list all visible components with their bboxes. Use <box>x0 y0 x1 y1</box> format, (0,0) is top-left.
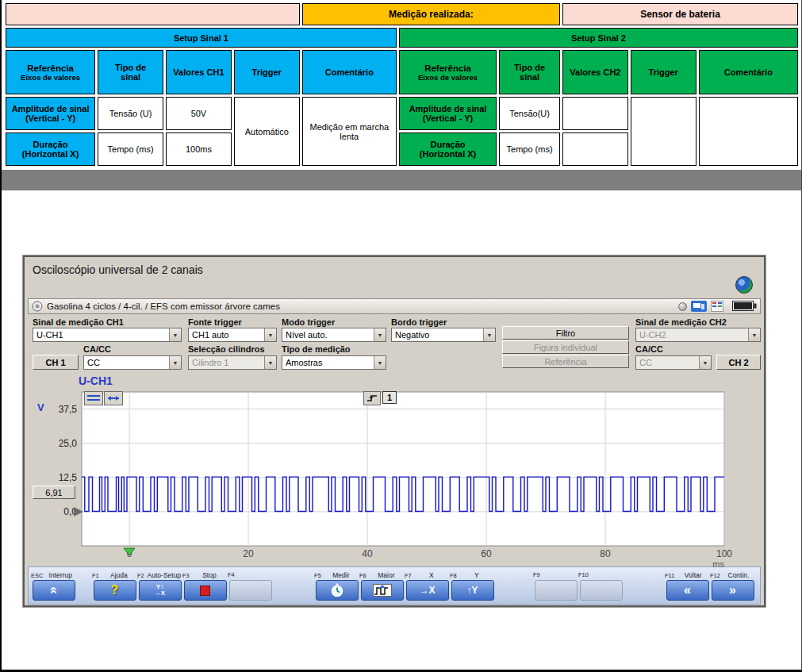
scope-display: U-CH1 V 1 6,91 0204060801000,012,525,037… <box>28 374 761 565</box>
fkey-f11: F11Voltar « <box>665 571 710 601</box>
setup1-dur-tipo: Tempo (ms) <box>98 132 163 166</box>
measurement-setup-table: Medição realizada: Sensor de bateria Set… <box>3 1 800 168</box>
back-button[interactable]: « <box>666 580 709 601</box>
status-led-icon <box>678 302 687 311</box>
chevron-down-icon[interactable]: ▼ <box>264 328 276 341</box>
sensor-cell: Sensor de bateria <box>562 3 798 25</box>
measure-button[interactable] <box>316 580 359 601</box>
measurement-status-cell: Medição realizada: <box>302 3 560 25</box>
stop-button[interactable] <box>184 580 227 601</box>
xy-axes-icon: Y↕↔X <box>155 584 165 597</box>
trigger-edge-icon <box>363 391 381 405</box>
vehicle-menubar: Gasolina 4 ciclos / 4-cil. / EFS com emi… <box>28 298 761 314</box>
ch1-button[interactable]: CH 1 <box>33 355 79 370</box>
chevron-down-icon[interactable]: ▼ <box>169 356 181 369</box>
reference-button[interactable]: Referência <box>502 355 629 368</box>
trigger-mode-select[interactable]: Nível auto.▼ <box>282 328 386 342</box>
fkey-f6: F6Maior <box>359 571 405 601</box>
x-tick-label: 100 <box>716 548 732 559</box>
fkey-f4: F4 <box>228 571 273 601</box>
fkey-f12: F12Contin. » <box>710 571 755 601</box>
fkey-f7: F7X →X <box>405 571 450 601</box>
setup1-amp-label: Amplitude de sinal (Vertical - Y) <box>6 97 95 130</box>
y-tick-label: 37,5 <box>59 404 78 415</box>
trigger-channel-badge: 1 <box>382 391 397 404</box>
arrow-y-icon: ↑Y <box>466 585 478 596</box>
cylinder-select[interactable]: Cilindro 1▼ <box>188 355 277 370</box>
ch2-signal-label: Sinal de medição CH2 <box>635 317 727 327</box>
continue-button[interactable]: » <box>712 580 754 601</box>
setup1-col-referencia: Referência Eixos de valores <box>6 50 95 94</box>
setup2-col-referencia: Referência Eixos de valores <box>399 50 497 94</box>
ch1-signal-label: Sinal de medição CH1 <box>33 317 124 327</box>
help-button[interactable]: ? <box>94 580 136 601</box>
setup1-comment-value: Medição em marcha lenta <box>302 97 397 166</box>
setup2-amp-label: Amplitude de sinal (Vertical - Y) <box>399 97 497 130</box>
cylinder-select-label: Selecção cilindros <box>188 344 265 354</box>
pan-arrows-icon[interactable] <box>104 391 123 405</box>
setup1-dur-valor: 100ms <box>166 132 232 166</box>
x-tick-label: 40 <box>362 548 373 559</box>
arrow-x-icon: →X <box>419 585 435 596</box>
channel-stats-icon <box>711 301 723 312</box>
setup2-dur-tipo: Tempo (ms) <box>499 132 560 166</box>
chevron-down-icon[interactable]: ▼ <box>169 328 181 341</box>
chevron-down-icon[interactable]: ▼ <box>374 328 386 341</box>
battery-icon <box>732 301 757 311</box>
pc-icon <box>691 301 707 312</box>
setup1-col-comentario: Comentário <box>302 50 397 94</box>
acdc2-select[interactable]: CC▼ <box>635 355 712 370</box>
acdc2-label: CA/CC <box>635 344 663 354</box>
chevron-down-icon: ▼ <box>264 356 276 369</box>
scope-controls: Sinal de medição CH1 U-CH1▼ Fonte trigge… <box>28 316 761 374</box>
setup2-amp-valor <box>562 97 628 130</box>
fkey-f10: F10 <box>578 571 624 601</box>
f9-button <box>535 580 578 601</box>
trigger-position-marker[interactable] <box>124 548 135 555</box>
ch2-signal-select[interactable]: U-CH2▼ <box>635 328 761 342</box>
auto-setup-button[interactable]: Y↕↔X <box>139 580 182 601</box>
chevron-down-icon: ▼ <box>748 328 760 341</box>
measurement-type-label: Tipo de medição <box>282 344 351 354</box>
acdc1-select[interactable]: CC▼ <box>83 355 182 370</box>
chevrons-right-icon: » <box>729 583 736 597</box>
setup1-amp-tipo: Tensão (U) <box>98 97 163 130</box>
y-axis-button[interactable]: ↑Y <box>451 580 494 601</box>
chevron-down-icon[interactable]: ▼ <box>483 328 495 341</box>
filter-button[interactable]: Filtro <box>502 326 629 340</box>
separator-bar <box>2 170 801 190</box>
fkey-esc: ESCInterrup « <box>31 571 76 601</box>
trigger-mode-label: Modo trigger <box>282 317 335 327</box>
y-unit-label: V <box>37 401 44 413</box>
scope-plot: 0204060801000,012,525,037,5ms <box>54 386 736 570</box>
setup2-comment-value <box>699 97 798 166</box>
chevron-down-icon[interactable]: ▼ <box>374 356 386 369</box>
vehicle-description: Gasolina 4 ciclos / 4-cil. / EFS com emi… <box>47 301 280 311</box>
level-cursor-value[interactable]: 6,91 <box>33 486 75 499</box>
measurement-type-select[interactable]: Amostras▼ <box>282 355 386 370</box>
plot-area <box>82 392 724 546</box>
zoom-larger-button[interactable] <box>361 580 404 601</box>
acdc1-label: CA/CC <box>83 344 111 354</box>
ch1-signal-select[interactable]: U-CH1▼ <box>33 328 182 342</box>
trigger-source-label: Fonte trigger <box>188 317 242 327</box>
fkey-f8: F8Y ↑Y <box>450 571 495 601</box>
setup1-col-trigger: Trigger <box>234 50 300 94</box>
f10-button <box>580 580 623 601</box>
setup1-col-valores: Valores CH1 <box>166 50 232 94</box>
setup1-title: Setup Sinal 1 <box>6 28 397 48</box>
setup2-title: Setup Sinal 2 <box>399 28 798 48</box>
cursor-lines-icon[interactable] <box>84 391 103 405</box>
setup2-trigger-value <box>631 97 696 166</box>
setup2-col-trigger: Trigger <box>631 50 696 94</box>
trigger-edge-select[interactable]: Negativo▼ <box>391 328 496 342</box>
interrupt-button[interactable]: « <box>33 580 75 601</box>
trigger-source-select[interactable]: CH1 auto▼ <box>188 328 277 342</box>
top-blank-cell <box>6 3 300 25</box>
question-mark-icon: ? <box>111 583 119 597</box>
ch2-button[interactable]: CH 2 <box>716 355 761 370</box>
fkey-f1: F1Ajuda ? <box>92 571 137 601</box>
single-figure-button[interactable]: Figura individual <box>502 340 629 354</box>
y-tick-label: 12,5 <box>59 472 78 483</box>
x-axis-button[interactable]: →X <box>406 580 449 601</box>
